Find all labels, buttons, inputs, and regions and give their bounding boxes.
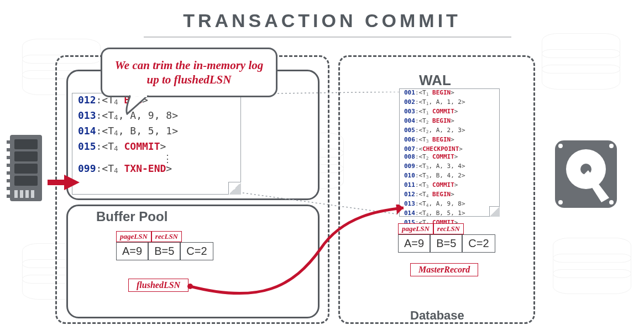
speech-bubble: We can trim the in-memory log up to flus… xyxy=(101,48,278,97)
wal-disk-sheet: 001:<T1 BEGIN>002:<T1, A, 1, 2>003:<T1 C… xyxy=(399,88,500,217)
svg-marker-3 xyxy=(64,175,80,190)
wal-buffer-row: 013:<T4, A, 9, 8> xyxy=(72,109,240,124)
page-cell: B=5 xyxy=(430,234,462,253)
page-title: TRANSACTION COMMIT xyxy=(0,10,644,32)
svg-rect-13 xyxy=(7,156,10,159)
page-cell: A=9 xyxy=(398,234,430,253)
svg-rect-8 xyxy=(14,151,38,161)
page-cell: C=2 xyxy=(180,242,213,260)
wal-disk-row: 014:<T4, B, 5, 1> xyxy=(400,209,499,219)
speech-tail-icon xyxy=(125,95,150,115)
wal-disk-row: 002:<T1, A, 1, 2> xyxy=(400,98,499,108)
wal-disk-row: 013:<T4, A, 9, 8> xyxy=(400,200,499,209)
reclsn-header: recLSN xyxy=(151,231,182,242)
reclsn-header: recLSN xyxy=(433,223,464,234)
page-cell: A=9 xyxy=(116,242,148,260)
wal-buffer-row: 015:<T4 COMMIT> xyxy=(72,140,240,155)
wal-disk-row: 011:<T3 COMMIT> xyxy=(400,181,499,191)
svg-rect-16 xyxy=(7,179,10,182)
vertical-dots: ⋮ xyxy=(95,155,240,162)
svg-rect-12 xyxy=(7,148,10,151)
buffer-pool-label: Buffer Pool xyxy=(96,209,167,224)
svg-rect-20 xyxy=(20,190,23,198)
flushedlsn-tag: flushedLSN xyxy=(128,279,189,292)
svg-rect-21 xyxy=(25,190,29,198)
wal-disk-row: 005:<T2, A, 2, 3> xyxy=(400,127,499,136)
svg-rect-19 xyxy=(14,190,18,198)
svg-rect-2 xyxy=(48,180,64,185)
svg-point-29 xyxy=(609,200,614,205)
hard-disk-icon xyxy=(553,138,619,210)
svg-rect-11 xyxy=(7,140,10,144)
svg-rect-15 xyxy=(7,171,10,175)
wal-disk-row: 012:<T4 BEGIN> xyxy=(400,191,499,200)
svg-rect-14 xyxy=(7,164,10,167)
database-page: pageLSN recLSN A=9B=5C=2 xyxy=(398,223,495,253)
database-label: Database xyxy=(410,308,464,323)
svg-point-27 xyxy=(609,144,614,148)
wal-disk-label: WAL xyxy=(419,72,451,89)
title-divider xyxy=(144,36,511,38)
bg-decor xyxy=(553,238,631,294)
arrow-into-log-icon xyxy=(48,175,80,190)
wal-disk-row: 001:<T1 BEGIN> xyxy=(400,89,499,98)
svg-rect-18 xyxy=(7,195,10,198)
svg-point-28 xyxy=(558,200,563,205)
page-cell: C=2 xyxy=(462,234,495,253)
masterrecord-tag: MasterRecord xyxy=(410,263,478,276)
svg-point-26 xyxy=(558,144,563,148)
buffer-pool-page: pageLSN recLSN A=9B=5C=2 xyxy=(116,231,213,260)
svg-line-1 xyxy=(239,192,400,214)
wal-buffer-row: 099:<T4 TXN-END> xyxy=(72,162,240,177)
wal-disk-row: 009:<T3, A, 3, 4> xyxy=(400,163,499,172)
wal-disk-row: 006:<T3 BEGIN> xyxy=(400,136,499,145)
svg-rect-10 xyxy=(14,176,38,186)
memory-chip-icon xyxy=(7,135,45,201)
wal-disk-row: 010:<T3, B, 4, 2> xyxy=(400,172,499,181)
wal-buffer-row: 014:<T4, B, 5, 1> xyxy=(72,124,240,140)
svg-rect-22 xyxy=(31,190,34,198)
svg-rect-9 xyxy=(14,164,38,174)
svg-rect-7 xyxy=(14,139,38,149)
wal-buffer-sheet: 012:<T4 BEG>013:<T4, A, 9, 8>014:<T4, B,… xyxy=(72,93,241,195)
page-cell: B=5 xyxy=(148,242,180,260)
wal-disk-row: 007:<CHECKPOINT> xyxy=(400,145,499,153)
wal-disk-row: 003:<T1 COMMIT> xyxy=(400,108,499,117)
pagelsn-header: pageLSN xyxy=(116,231,151,242)
speech-text: We can trim the in-memory log up to flus… xyxy=(108,58,270,87)
svg-rect-17 xyxy=(7,187,10,190)
wal-disk-row: 008:<T2 COMMIT> xyxy=(400,153,499,163)
bg-decor xyxy=(542,33,620,90)
pagelsn-header: pageLSN xyxy=(398,223,433,234)
wal-disk-row: 004:<T2 BEGIN> xyxy=(400,117,499,127)
connector-lines xyxy=(239,92,400,216)
